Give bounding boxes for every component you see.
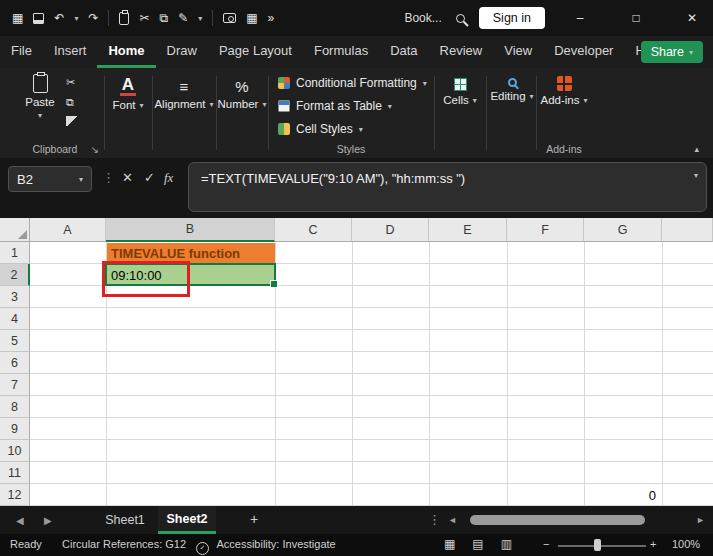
undo-icon[interactable]: ↶ [54,11,64,25]
enter-icon[interactable]: ✓ [144,170,155,185]
copy-button[interactable]: ⧉ [66,96,77,109]
conditional-formatting-button[interactable]: Conditional Formatting ▾ [278,76,427,90]
column-header-g[interactable]: G [584,218,662,242]
row-header-4[interactable]: 4 [0,308,30,330]
zoom-level[interactable]: 100% [672,538,700,550]
zoom-out-button[interactable]: − [543,538,549,550]
format-as-table-button[interactable]: Format as Table ▾ [278,99,392,113]
row-header-7[interactable]: 7 [0,374,30,396]
save-icon[interactable] [33,13,44,24]
fill-handle[interactable] [270,280,278,288]
zoom-slider-track[interactable] [558,545,646,547]
zoom-slider-thumb[interactable] [594,539,601,551]
share-button[interactable]: Share ▾ [641,41,703,63]
formula-bar-expand-icon[interactable]: ▾ [694,171,698,180]
accessibility-status[interactable]: ✓ Accessibility: Investigate [196,538,336,555]
pen-chevron-icon[interactable]: ▾ [198,14,202,23]
maximize-button[interactable]: □ [615,0,657,36]
cut-button[interactable]: ✂ [66,76,77,89]
name-box[interactable]: B2 ▾ [8,166,92,192]
camera-icon[interactable] [223,13,236,23]
row-header-2[interactable]: 2 [0,264,30,286]
menu-tab-home[interactable]: Home [97,36,155,68]
menu-tab-draw[interactable]: Draw [156,36,208,68]
cell-G12[interactable]: 0 [585,485,661,506]
addins-button[interactable]: Add-ins ▾ [538,76,590,106]
normal-view-icon[interactable]: ▦ [444,537,455,551]
cancel-icon[interactable]: ✕ [122,170,133,185]
font-group[interactable]: A Font ▾ [106,68,150,158]
zoom-in-button[interactable]: + [650,538,656,550]
menu-tab-formulas[interactable]: Formulas [303,36,379,68]
menu-tab-view[interactable]: View [493,36,543,68]
paste-button[interactable]: Paste ▾ [18,74,62,120]
scroll-right-icon[interactable]: ► [696,515,705,525]
number-label: Number [218,98,259,110]
more-commands-icon[interactable]: » [268,11,275,25]
borders-icon[interactable]: ▦ [246,11,257,25]
circular-references-status[interactable]: Circular References: G12 [62,538,186,550]
formula-input[interactable]: =TEXT(TIMEVALUE("9:10 AM"), "hh:mm:ss ")… [188,162,707,212]
menu-tab-page-layout[interactable]: Page Layout [208,36,303,68]
column-header-f[interactable]: F [507,218,584,242]
sheet-tab-sheet1[interactable]: Sheet1 [96,506,154,534]
column-header-a[interactable]: A [30,218,106,242]
editing-group[interactable]: Editing ▾ [488,68,536,158]
clipboard-icon[interactable] [119,12,129,25]
share-chevron-icon: ▾ [689,48,693,57]
copy-icon[interactable]: ⧉ [160,11,169,25]
sign-in-button[interactable]: Sign in [479,7,545,29]
close-button[interactable]: ✕ [671,0,713,36]
select-all-corner[interactable] [0,218,30,242]
pen-icon[interactable]: ✎ [178,11,188,25]
insert-function-icon[interactable]: fx [164,170,173,186]
format-painter-icon[interactable] [66,116,77,126]
apps-grid-icon[interactable]: ▦ [12,11,23,25]
alignment-group[interactable]: ≡ Alignment ▾ [154,68,214,158]
sheet-nav-left-icon[interactable]: ◀ [16,515,24,526]
menu-tab-developer[interactable]: Developer [543,36,624,68]
menu-tab-insert[interactable]: Insert [43,36,98,68]
row-header-10[interactable]: 10 [0,440,30,462]
row-header-8[interactable]: 8 [0,396,30,418]
accessibility-label: Accessibility: Investigate [216,538,335,550]
add-sheet-button[interactable]: + [250,511,258,527]
clipboard-dialog-launcher-icon[interactable]: ↘ [91,144,99,155]
column-header-b[interactable]: B [106,218,275,242]
row-header-6[interactable]: 6 [0,352,30,374]
row-header-9[interactable]: 9 [0,418,30,440]
cut-icon[interactable]: ✂ [139,11,149,25]
horizontal-scrollbar[interactable]: ◄ ► [444,514,707,526]
row-header-12[interactable]: 12 [0,484,30,506]
menu-tab-file[interactable]: File [0,36,43,68]
page-layout-view-icon[interactable]: ▤ [472,537,483,551]
minimize-button[interactable]: – [559,0,601,36]
clipboard-group-label: Clipboard [8,143,102,155]
toolbar-divider [212,10,213,26]
redo-icon[interactable]: ↷ [88,11,98,25]
row-header-3[interactable]: 3 [0,286,30,308]
column-header-c[interactable]: C [275,218,352,242]
cell-styles-chevron-icon: ▾ [359,125,363,134]
number-group[interactable]: % Number ▾ [218,68,266,158]
column-header-partial[interactable] [662,218,713,242]
row-header-11[interactable]: 11 [0,462,30,484]
scroll-left-icon[interactable]: ◄ [448,515,457,525]
row-header-5[interactable]: 5 [0,330,30,352]
sheetbar-menu-dots-icon[interactable]: ⋮ [428,512,441,527]
status-mode: Ready [10,538,42,550]
page-break-view-icon[interactable]: ▥ [501,537,512,551]
sheet-tab-sheet2[interactable]: Sheet2 [158,506,216,534]
cells-group[interactable]: Cells ▾ [436,68,484,158]
collapse-ribbon-icon[interactable]: ▴ [694,144,699,154]
row-header-1[interactable]: 1 [0,242,30,264]
cell-styles-button[interactable]: Cell Styles ▾ [278,122,363,136]
scrollbar-thumb[interactable] [470,515,645,525]
sheet-nav-right-icon[interactable]: ▶ [44,515,52,526]
column-header-d[interactable]: D [352,218,429,242]
search-icon[interactable] [456,14,465,23]
undo-chevron-icon[interactable]: ▾ [74,14,78,23]
column-header-e[interactable]: E [429,218,507,242]
menu-tab-review[interactable]: Review [429,36,494,68]
menu-tab-data[interactable]: Data [379,36,428,68]
